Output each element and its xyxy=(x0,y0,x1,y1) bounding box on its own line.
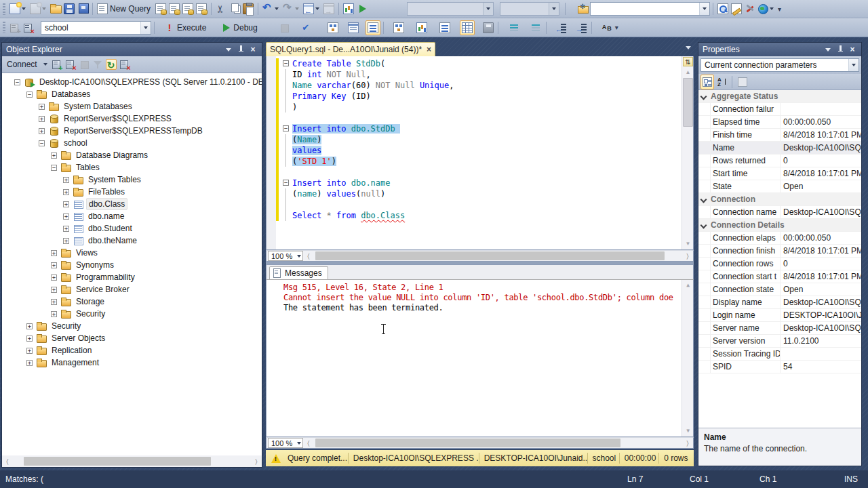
expand-icon[interactable]: + xyxy=(63,177,69,183)
property-row[interactable]: Connection rows0 xyxy=(698,258,861,270)
chevron-down-icon[interactable] xyxy=(144,26,148,29)
property-value[interactable]: Desktop-ICA10OI\SQLE xyxy=(781,206,861,218)
decrease-indent-button[interactable] xyxy=(555,20,568,35)
expand-icon[interactable]: + xyxy=(26,360,33,366)
chevron-down-icon[interactable] xyxy=(552,7,556,10)
property-row[interactable]: Server version11.0.2100 xyxy=(698,335,861,348)
toolbar-overflow-button[interactable]: ▾ xyxy=(614,20,620,35)
start-debug-button[interactable] xyxy=(355,1,369,16)
tree-item[interactable]: +Security xyxy=(2,320,262,332)
scrollbar-track[interactable] xyxy=(13,456,251,466)
property-category[interactable]: Connection xyxy=(698,193,861,206)
collapse-icon[interactable]: − xyxy=(26,92,33,98)
available-databases-combo[interactable]: school xyxy=(41,21,151,35)
chevron-down-icon[interactable] xyxy=(703,7,707,10)
chevron-down-icon[interactable] xyxy=(770,7,774,10)
expand-icon[interactable]: + xyxy=(51,287,57,293)
expand-icon[interactable]: + xyxy=(51,262,57,268)
scroll-up-arrow[interactable]: ▲ xyxy=(683,68,693,77)
save-all-button[interactable] xyxy=(76,1,90,16)
document-list-chevron-icon[interactable] xyxy=(686,46,691,49)
tree-item[interactable]: +Storage xyxy=(2,296,262,308)
web-browser-button[interactable] xyxy=(757,1,776,16)
add-item-button[interactable] xyxy=(28,1,49,16)
property-row[interactable]: Connection failur xyxy=(698,103,861,116)
splitter-handle-icon[interactable]: ⇅ xyxy=(683,57,693,66)
search-combo[interactable] xyxy=(590,2,710,16)
cancel-query-button[interactable] xyxy=(277,20,291,35)
collapse-icon[interactable]: − xyxy=(39,140,45,146)
find-button[interactable] xyxy=(716,1,730,16)
tree-item[interactable]: +System Tables xyxy=(2,174,262,186)
collapse-icon[interactable]: − xyxy=(14,79,20,85)
database-engine-query-button[interactable] xyxy=(154,1,167,16)
toolbar-grip[interactable] xyxy=(3,3,5,15)
tree-item[interactable]: +dbo.Student xyxy=(2,222,262,235)
property-category[interactable]: Connection Details xyxy=(698,219,861,232)
paste-button[interactable] xyxy=(241,1,255,16)
tree-item[interactable]: +Service Broker xyxy=(2,283,262,296)
property-value[interactable]: 8/4/2018 10:17:01 PM xyxy=(781,167,861,180)
chevron-down-icon[interactable] xyxy=(297,255,301,258)
property-row[interactable]: Server nameDesktop-ICA10OI\SQLE xyxy=(698,322,861,335)
save-button[interactable] xyxy=(62,1,76,16)
property-value[interactable]: Desktop-ICA10OI\SQLE xyxy=(781,142,861,154)
redo-button[interactable] xyxy=(281,1,302,16)
property-row[interactable]: Connection elaps00:00:00.050 xyxy=(698,232,861,245)
property-row[interactable]: Elapsed time00:00:00.050 xyxy=(698,116,861,129)
tree-item[interactable]: +dbo.theName xyxy=(2,235,262,247)
messages-tab[interactable]: Messages xyxy=(269,266,328,279)
tree-item[interactable]: +Server Objects xyxy=(2,332,262,344)
close-icon[interactable]: × xyxy=(248,45,258,54)
expand-icon[interactable]: + xyxy=(39,104,45,110)
connect-button[interactable]: Connect xyxy=(7,60,37,69)
editor-vscrollbar[interactable]: ⇅ ▲ ▼ xyxy=(682,56,693,249)
scroll-left-arrow[interactable]: 〈 xyxy=(303,438,314,448)
expand-icon[interactable]: + xyxy=(39,128,45,134)
stop-icon[interactable] xyxy=(79,59,90,70)
expand-icon[interactable]: + xyxy=(39,116,45,122)
new-project-button[interactable] xyxy=(8,1,28,16)
tree-item[interactable]: −Desktop-ICA10OI\SQLEXPRESS (SQL Server … xyxy=(2,76,262,88)
property-value[interactable]: Open xyxy=(781,180,861,192)
tree-item[interactable]: +Replication xyxy=(2,344,262,357)
property-row[interactable]: Finish time8/4/2018 10:17:01 PM xyxy=(698,129,861,142)
scroll-down-arrow[interactable]: ▼ xyxy=(683,239,693,249)
close-icon[interactable]: × xyxy=(848,45,857,54)
property-value[interactable]: 0 xyxy=(781,258,861,270)
toolbar-combo-1[interactable] xyxy=(407,2,494,16)
parse-button[interactable] xyxy=(299,20,313,35)
tree-item[interactable]: +Security xyxy=(2,308,262,320)
expand-icon[interactable]: + xyxy=(63,226,69,232)
scroll-up-arrow[interactable]: ▲ xyxy=(683,281,693,290)
property-row[interactable]: Login nameDESKTOP-ICA10OI\Juna xyxy=(698,309,861,322)
window-position-icon[interactable] xyxy=(823,45,833,54)
property-pages-button[interactable] xyxy=(736,75,749,89)
scrollbar-thumb[interactable] xyxy=(683,78,693,127)
tree-item[interactable]: +ReportServer$SQLEXPRESS xyxy=(2,113,262,125)
new-query-button[interactable]: New Query xyxy=(96,1,154,16)
scrollbar-thumb[interactable] xyxy=(315,439,620,447)
tree-item[interactable]: +FileTables xyxy=(2,186,262,198)
property-row[interactable]: Connection stateOpen xyxy=(698,283,861,296)
chevron-down-icon[interactable] xyxy=(295,7,299,10)
object-explorer-titlebar[interactable]: Object Explorer × xyxy=(2,43,262,56)
increase-indent-button[interactable] xyxy=(575,20,589,35)
chevron-down-icon[interactable] xyxy=(297,442,301,445)
sqlcmd-mode-button[interactable] xyxy=(600,20,614,35)
tree-item[interactable]: +Management xyxy=(2,357,262,369)
property-value[interactable]: 54 xyxy=(781,361,861,373)
results-to-text-button[interactable] xyxy=(438,20,452,35)
property-value[interactable]: Open xyxy=(781,283,861,296)
chevron-down-icon[interactable] xyxy=(22,7,26,10)
connect-button[interactable]: + xyxy=(8,20,22,35)
object-explorer-hscrollbar[interactable]: 〈 〉 xyxy=(2,455,262,467)
chevron-down-icon[interactable] xyxy=(486,7,490,10)
property-row[interactable]: Connection start t8/4/2018 10:17:01 PM xyxy=(698,270,861,283)
tree-item[interactable]: +ReportServer$SQLEXPRESSTempDB xyxy=(2,125,262,137)
comment-button[interactable] xyxy=(508,20,521,35)
property-value[interactable]: DESKTOP-ICA10OI\Juna xyxy=(781,309,861,321)
connect-object-explorer-icon[interactable]: + xyxy=(52,59,62,70)
open-file-button[interactable] xyxy=(49,1,62,16)
debug-button[interactable]: Debug xyxy=(219,20,260,35)
